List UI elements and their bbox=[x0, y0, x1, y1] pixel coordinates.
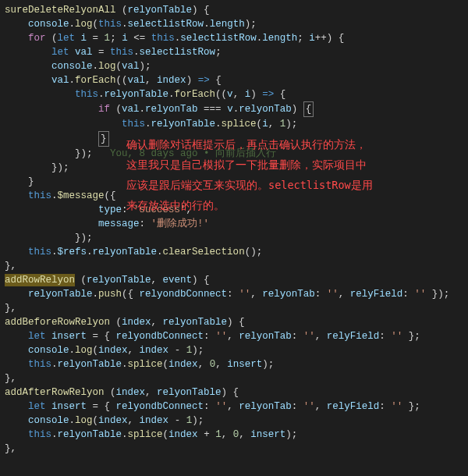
token: ( bbox=[163, 429, 169, 440]
code-line[interactable]: let insert = { relyondbConnect: '', rely… bbox=[5, 329, 466, 343]
token: . bbox=[204, 19, 210, 30]
token: ); bbox=[285, 119, 297, 130]
code-line[interactable]: this.relyonTable.forEach((v, i) => { bbox=[5, 87, 466, 101]
token: : bbox=[379, 331, 391, 342]
code-line[interactable]: let insert = { relyondbConnect: '', rely… bbox=[5, 400, 466, 414]
token: splice bbox=[128, 429, 163, 440]
token: relyonTab bbox=[239, 331, 292, 342]
code-line[interactable]: addAfterRowRelyon (index, relyonTable) { bbox=[5, 385, 466, 400]
token: . bbox=[69, 345, 76, 356]
token: this bbox=[28, 429, 51, 440]
code-line[interactable]: }, bbox=[5, 442, 466, 456]
token: relyonTable bbox=[28, 289, 93, 300]
token: this bbox=[28, 190, 51, 201]
token: for bbox=[28, 33, 46, 44]
token: , bbox=[315, 401, 327, 412]
token: console bbox=[28, 415, 69, 426]
token: relyonTab bbox=[239, 401, 292, 412]
token: clearSelection bbox=[163, 247, 245, 258]
code-line[interactable]: this.relyonTable.splice(index, 0, insert… bbox=[5, 357, 466, 371]
code-line[interactable]: let val = this.selectlistRow; bbox=[5, 45, 466, 59]
code-editor[interactable]: sureDeleteRelyonAll (relyonTable) { cons… bbox=[0, 0, 468, 476]
token: 1 bbox=[105, 33, 111, 44]
code-line[interactable]: console.log(this.selectlistRow.length); bbox=[5, 17, 466, 31]
token: relyonTab bbox=[239, 104, 292, 115]
token: i bbox=[122, 33, 128, 44]
code-line[interactable]: }, bbox=[5, 371, 466, 385]
token: ); bbox=[262, 359, 274, 370]
token: ( bbox=[110, 104, 122, 115]
code-line[interactable]: }, bbox=[5, 259, 466, 273]
token: console bbox=[51, 61, 93, 72]
code-line[interactable]: relyonTable.push({ relyondbConnect: '', … bbox=[5, 287, 466, 301]
annotation-line: 来存放选中的行的。 bbox=[126, 195, 415, 215]
code-line[interactable]: for (let i = 1; i <= this.selectlistRow.… bbox=[5, 31, 466, 45]
token: . bbox=[93, 61, 99, 72]
token: : bbox=[292, 401, 303, 412]
code-line[interactable]: this.$refs.relyonTable.clearSelection(); bbox=[5, 245, 466, 259]
token: : bbox=[227, 289, 239, 300]
token: : bbox=[402, 289, 414, 300]
code-line[interactable]: this.relyonTable.splice(i, 1); bbox=[5, 117, 466, 131]
code-line[interactable]: console.log(index, index - 1); bbox=[5, 414, 466, 428]
token: ) { bbox=[222, 387, 239, 398]
token: ( bbox=[75, 275, 87, 286]
token: relyonTable bbox=[128, 5, 193, 16]
token: relyonTable bbox=[105, 89, 169, 100]
code-line[interactable]: }); bbox=[5, 231, 466, 245]
token: relyonTable bbox=[87, 275, 151, 286]
token bbox=[46, 401, 52, 412]
token: event bbox=[163, 275, 193, 286]
token: = { bbox=[87, 331, 116, 342]
code-line[interactable]: this.relyonTable.splice(index + 1, 0, in… bbox=[5, 428, 466, 442]
token: '' bbox=[414, 289, 426, 300]
token: selectlistRow bbox=[128, 19, 204, 30]
token: log bbox=[98, 61, 116, 72]
token: ( bbox=[163, 359, 169, 370]
code-line[interactable]: console.log(index, index - 1); bbox=[5, 343, 466, 357]
token: this bbox=[110, 47, 133, 58]
token: i bbox=[81, 33, 87, 44]
token: index bbox=[98, 415, 128, 426]
token: index bbox=[98, 345, 128, 356]
code-line[interactable]: }, bbox=[5, 301, 466, 315]
token: , bbox=[250, 289, 262, 300]
token: v bbox=[227, 104, 233, 115]
annotation-overlay: 确认删除对话框提示后，再点击确认执行的方法，这里我只是自己模拟了一下批量删除，实… bbox=[126, 134, 415, 215]
token: ) bbox=[186, 75, 198, 86]
token: ({ bbox=[122, 289, 140, 300]
token: ); bbox=[285, 429, 297, 440]
token: . bbox=[87, 247, 93, 258]
code-line[interactable]: sureDeleteRelyonAll (relyonTable) { bbox=[5, 3, 466, 17]
token: ); bbox=[192, 345, 204, 356]
code-line[interactable]: if (val.relyonTab === v.relyonTab) { bbox=[5, 101, 466, 117]
token: , bbox=[268, 119, 280, 130]
code-line[interactable]: addRowRelyon (relyonTable, event) { bbox=[5, 273, 466, 287]
token: : bbox=[204, 331, 215, 342]
token: '' bbox=[303, 401, 315, 412]
code-line[interactable]: addBeforeRowRelyon (index, relyonTable) … bbox=[5, 315, 466, 329]
token: let bbox=[51, 47, 69, 58]
token: . bbox=[93, 289, 99, 300]
token: , bbox=[233, 89, 245, 100]
token: index bbox=[157, 75, 186, 86]
token bbox=[69, 47, 76, 58]
code-line[interactable]: message: '删除成功!' bbox=[5, 217, 466, 231]
token: . bbox=[157, 247, 163, 258]
token: '' bbox=[391, 331, 402, 342]
token: splice bbox=[128, 359, 163, 370]
token: '删除成功!' bbox=[151, 218, 210, 229]
token: selectlistRow bbox=[180, 33, 257, 44]
code-line[interactable]: val.forEach((val, index) => { bbox=[5, 73, 466, 87]
token: ({ bbox=[105, 190, 116, 201]
token: '' bbox=[303, 331, 315, 342]
token: }; bbox=[402, 331, 420, 342]
token: , bbox=[198, 359, 210, 370]
token: ( bbox=[105, 387, 116, 398]
code-line[interactable]: console.log(val); bbox=[5, 59, 466, 73]
token: relyonTable bbox=[163, 317, 228, 328]
token: index bbox=[168, 359, 198, 370]
token: } bbox=[28, 176, 34, 187]
token: console bbox=[28, 345, 69, 356]
token: => bbox=[198, 75, 210, 86]
